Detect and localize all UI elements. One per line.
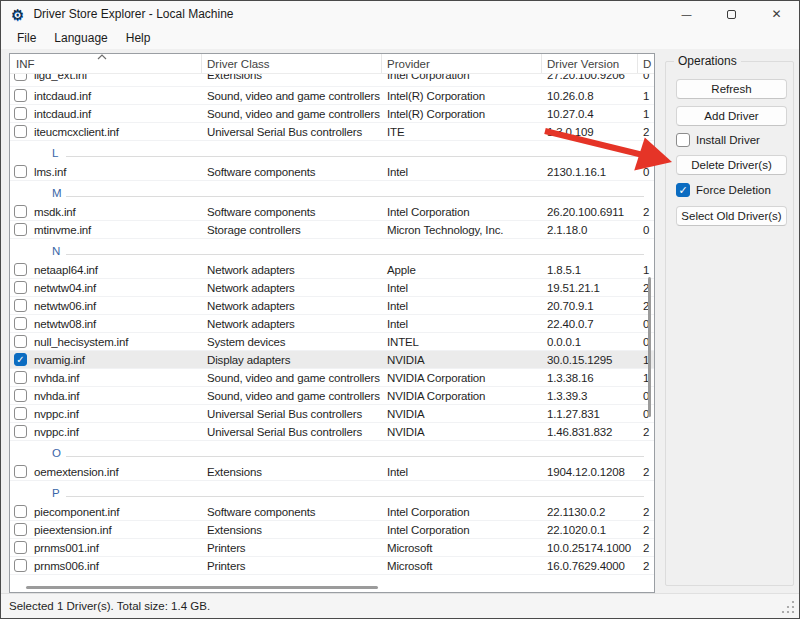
window-title: Driver Store Explorer - Local Machine — [33, 7, 233, 21]
cell-provider: Intel Corporation — [382, 206, 542, 218]
cell-driver-version: 22.1020.0.1 — [542, 524, 638, 536]
cell-d: 1 — [638, 354, 654, 366]
row-checkbox[interactable] — [14, 89, 27, 102]
cell-driver-version: 1.3.0.109 — [542, 126, 638, 138]
row-checkbox[interactable] — [14, 281, 27, 294]
row-checkbox[interactable] — [14, 107, 27, 120]
delete-drivers-button[interactable]: Delete Driver(s) — [676, 155, 787, 175]
table-row[interactable]: piecomponent.infSoftware componentsIntel… — [10, 503, 654, 521]
table-row[interactable]: intcdaud.infSound, video and game contro… — [10, 105, 654, 123]
row-checkbox[interactable] — [14, 205, 27, 218]
resize-grip-icon[interactable] — [781, 600, 795, 614]
row-checkbox[interactable] — [14, 125, 27, 138]
row-checkbox[interactable] — [14, 371, 27, 384]
column-header-driver-class[interactable]: Driver Class — [202, 54, 382, 73]
refresh-button[interactable]: Refresh — [676, 79, 787, 99]
cell-inf: prnms001.inf — [10, 542, 202, 554]
cell-driver-version: 20.70.9.1 — [542, 300, 638, 312]
install-driver-checkbox[interactable]: Install Driver — [676, 133, 760, 147]
cell-provider: Apple — [382, 264, 542, 276]
vertical-scrollbar[interactable] — [648, 277, 651, 417]
table-row[interactable]: nvppc.infUniversal Serial Bus controller… — [10, 423, 654, 441]
select-old-drivers-button[interactable]: Select Old Driver(s) — [676, 206, 787, 226]
group-divider — [66, 496, 644, 497]
cell-driver-version: 10.26.0.8 — [542, 90, 638, 102]
table-row[interactable]: iigd_ext.infExtensionsIntel Corporation2… — [10, 74, 654, 87]
table-row[interactable]: prnms001.infPrintersMicrosoft10.0.25174.… — [10, 539, 654, 557]
operations-label: Operations — [674, 54, 741, 68]
row-checkbox[interactable] — [14, 263, 27, 276]
table-row[interactable]: netwtw04.infNetwork adaptersIntel19.51.2… — [10, 279, 654, 297]
column-header-driver-version[interactable]: Driver Version — [542, 54, 638, 73]
cell-inf: intcdaud.inf — [10, 90, 202, 102]
table-row[interactable]: intcdaud.infSound, video and game contro… — [10, 87, 654, 105]
minimize-icon: — — [682, 9, 692, 20]
cell-provider: NVIDIA Corporation — [382, 390, 542, 402]
force-deletion-checkbox[interactable]: ✓ Force Deletion — [676, 183, 771, 197]
menu-item-file[interactable]: File — [8, 29, 45, 47]
app-window: ⚙ Driver Store Explorer - Local Machine … — [0, 0, 800, 619]
table-row[interactable]: ✓nvamig.infDisplay adaptersNVIDIA30.0.15… — [10, 351, 654, 369]
add-driver-button[interactable]: Add Driver — [676, 106, 787, 126]
cell-provider: INTEL — [382, 336, 542, 348]
row-checkbox[interactable] — [14, 165, 27, 178]
row-checkbox[interactable] — [14, 523, 27, 536]
row-checkbox[interactable] — [14, 505, 27, 518]
horizontal-scrollbar[interactable] — [26, 586, 378, 589]
group-header-l: L — [10, 141, 654, 163]
group-letter: M — [52, 187, 62, 199]
group-header-p: P — [10, 481, 654, 503]
close-button[interactable]: ✕ — [754, 1, 799, 27]
row-checkbox[interactable] — [14, 223, 27, 236]
cell-inf: nvamig.inf — [10, 354, 202, 366]
menu-item-language[interactable]: Language — [45, 29, 116, 47]
cell-d: 2 — [638, 206, 654, 218]
column-header-provider[interactable]: Provider — [382, 54, 542, 73]
table-row[interactable]: prnms006.infPrintersMicrosoft16.0.7629.4… — [10, 557, 654, 575]
table-row[interactable]: lms.infSoftware componentsIntel2130.1.16… — [10, 163, 654, 181]
cell-d: 0 — [638, 318, 654, 330]
cell-driver-version: 22.40.0.7 — [542, 318, 638, 330]
minimize-button[interactable]: — — [664, 1, 709, 27]
row-checkbox[interactable] — [14, 559, 27, 572]
cell-provider: Microsoft — [382, 560, 542, 572]
cell-driver-class: Sound, video and game controllers — [202, 90, 382, 102]
row-checkbox[interactable] — [14, 389, 27, 402]
row-checkbox-checked[interactable]: ✓ — [14, 353, 27, 366]
group-divider — [66, 156, 644, 157]
table-row[interactable]: nvppc.infUniversal Serial Bus controller… — [10, 405, 654, 423]
cell-inf: netwtw08.inf — [10, 318, 202, 330]
row-checkbox[interactable] — [14, 317, 27, 330]
row-checkbox[interactable] — [14, 335, 27, 348]
table-row[interactable]: nvhda.infSound, video and game controlle… — [10, 369, 654, 387]
cell-driver-version: 0.0.0.1 — [542, 336, 638, 348]
cell-driver-version: 10.0.25174.1000 — [542, 542, 638, 554]
table-row[interactable]: null_hecisystem.infSystem devicesINTEL0.… — [10, 333, 654, 351]
cell-inf: iteucmcxclient.inf — [10, 126, 202, 138]
table-row[interactable]: netwtw06.infNetwork adaptersIntel20.70.9… — [10, 297, 654, 315]
row-checkbox[interactable] — [14, 425, 27, 438]
table-row[interactable]: msdk.infSoftware componentsIntel Corpora… — [10, 203, 654, 221]
table-row[interactable]: netwtw08.infNetwork adaptersIntel22.40.0… — [10, 315, 654, 333]
maximize-button[interactable] — [709, 1, 754, 27]
column-header-d[interactable]: D — [638, 54, 654, 73]
row-checkbox[interactable] — [14, 74, 27, 81]
cell-driver-class: Universal Serial Bus controllers — [202, 426, 382, 438]
cell-driver-class: Network adapters — [202, 264, 382, 276]
table-row[interactable]: iteucmcxclient.infUniversal Serial Bus c… — [10, 123, 654, 141]
table-row[interactable]: nvhda.infSound, video and game controlle… — [10, 387, 654, 405]
row-checkbox[interactable] — [14, 299, 27, 312]
table-row[interactable]: mtinvme.infStorage controllersMicron Tec… — [10, 221, 654, 239]
table-row[interactable]: pieextension.infExtensionsIntel Corporat… — [10, 521, 654, 539]
menu-item-help[interactable]: Help — [117, 29, 160, 47]
row-checkbox[interactable] — [14, 541, 27, 554]
table-row[interactable]: netaapl64.infNetwork adaptersApple1.8.5.… — [10, 261, 654, 279]
row-checkbox[interactable] — [14, 407, 27, 420]
row-checkbox[interactable] — [14, 465, 27, 478]
cell-d: 2 — [638, 466, 654, 478]
cell-d: 2 — [638, 126, 654, 138]
cell-inf: nvhda.inf — [10, 372, 202, 384]
cell-d: 0 — [638, 74, 654, 81]
group-letter: L — [52, 147, 58, 159]
table-row[interactable]: oemextension.infExtensionsIntel1904.12.0… — [10, 463, 654, 481]
